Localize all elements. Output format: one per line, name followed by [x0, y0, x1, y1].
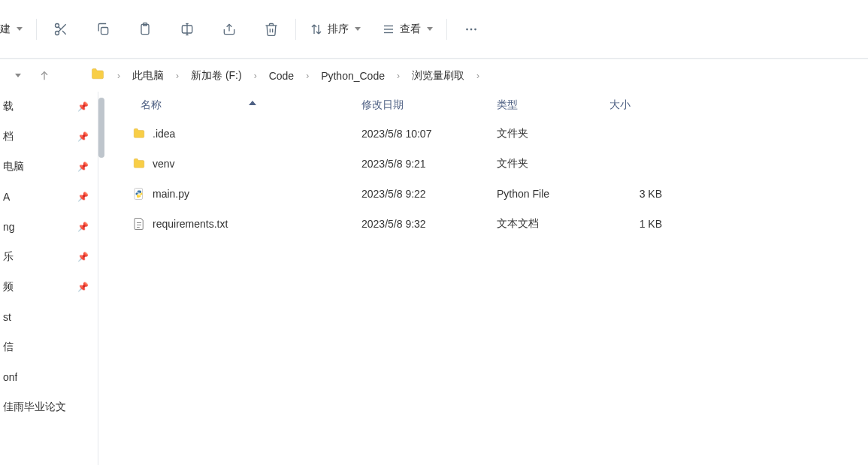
share-button[interactable]	[208, 14, 250, 44]
folder-icon	[90, 67, 105, 84]
sidebar-item[interactable]: A 📌	[0, 182, 98, 212]
file-date: 2023/5/8 9:21	[361, 158, 497, 170]
pin-icon: 📌	[77, 192, 89, 202]
file-list: 名称 修改日期 类型 大小 .idea 2023/5/8 10:07 文件夹	[98, 92, 868, 465]
rename-icon	[180, 22, 195, 37]
sidebar-item-label: 乐	[3, 250, 14, 264]
file-type: Python File	[497, 188, 609, 200]
chevron-right-icon: ›	[306, 71, 309, 81]
sidebar-item[interactable]: 档 📌	[0, 122, 98, 152]
toolbar-divider	[36, 19, 37, 40]
svg-point-18	[474, 28, 476, 30]
sort-button-label: 排序	[328, 23, 349, 36]
sidebar-item-label: A	[3, 191, 10, 203]
file-name: .idea	[153, 128, 361, 140]
file-size: 3 KB	[609, 188, 677, 200]
toolbar-divider	[295, 19, 296, 40]
sidebar-item[interactable]: 信	[0, 332, 98, 362]
cut-button[interactable]	[40, 14, 82, 44]
svg-line-4	[59, 26, 61, 29]
sidebar-item[interactable]: 佳雨毕业论文	[0, 392, 98, 422]
svg-line-3	[62, 31, 66, 35]
file-size: 1 KB	[609, 218, 677, 230]
column-header-label: 名称	[141, 98, 162, 112]
sidebar-item-label: 佳雨毕业论文	[3, 400, 66, 414]
rename-button[interactable]	[166, 14, 208, 44]
column-header-name[interactable]: 名称	[129, 98, 361, 112]
pin-icon: 📌	[77, 222, 89, 232]
python-file-icon	[129, 187, 150, 201]
column-header-type[interactable]: 类型	[497, 98, 609, 112]
sidebar-item[interactable]: onf	[0, 362, 98, 392]
sidebar-item[interactable]: 电脑 📌	[0, 152, 98, 182]
copy-button[interactable]	[82, 14, 124, 44]
chevron-right-icon: ›	[476, 71, 479, 81]
sidebar-item[interactable]: ng 📌	[0, 212, 98, 242]
breadcrumb-item[interactable]: Code	[266, 67, 297, 85]
chevron-right-icon: ›	[397, 71, 400, 81]
sidebar-item-label: ng	[3, 221, 15, 233]
breadcrumb-item[interactable]: 此电脑	[129, 66, 167, 86]
folder-icon	[129, 157, 150, 171]
nav-up-button[interactable]	[33, 65, 56, 87]
sidebar-item-label: onf	[3, 371, 17, 383]
file-type: 文本文档	[497, 217, 609, 231]
file-row[interactable]: venv 2023/5/8 9:21 文件夹	[129, 149, 868, 179]
chevron-right-icon: ›	[254, 71, 257, 81]
pin-icon: 📌	[77, 282, 89, 292]
sidebar-item[interactable]: 乐 📌	[0, 242, 98, 272]
nav-recent-dropdown[interactable]	[6, 65, 29, 87]
breadcrumb-bar: › 此电脑 › 新加卷 (F:) › Code › Python_Code › …	[0, 59, 868, 92]
sidebar-item[interactable]: st	[0, 302, 98, 332]
file-row[interactable]: .idea 2023/5/8 10:07 文件夹	[129, 119, 868, 149]
trash-icon	[264, 22, 279, 37]
copy-icon	[95, 22, 110, 37]
column-headers: 名称 修改日期 类型 大小	[129, 92, 868, 119]
sidebar-item-label: 载	[3, 100, 14, 113]
pin-icon: 📌	[77, 101, 89, 112]
sidebar-item-label: 信	[3, 340, 14, 354]
text-file-icon	[129, 217, 150, 231]
svg-point-17	[470, 28, 473, 30]
scissors-icon	[53, 22, 68, 37]
file-row[interactable]: main.py 2023/5/8 9:22 Python File 3 KB	[129, 179, 868, 209]
toolbar-divider	[446, 19, 447, 40]
view-button[interactable]: 查看	[371, 17, 443, 42]
sort-icon	[310, 23, 323, 36]
chevron-down-icon	[17, 27, 23, 31]
file-date: 2023/5/8 9:22	[361, 188, 497, 200]
paste-button[interactable]	[124, 14, 166, 44]
chevron-down-icon	[355, 27, 361, 31]
chevron-down-icon	[15, 74, 21, 77]
svg-rect-5	[101, 27, 108, 34]
file-name: requirements.txt	[153, 218, 361, 230]
new-button[interactable]: 建	[0, 17, 33, 42]
chevron-right-icon: ›	[176, 71, 179, 81]
file-date: 2023/5/8 10:07	[361, 128, 497, 140]
sidebar-item[interactable]: 频 📌	[0, 272, 98, 302]
svg-point-1	[56, 31, 59, 35]
toolbar: 建 排序 查看	[0, 0, 868, 59]
breadcrumb-item[interactable]: 浏览量刷取	[409, 66, 467, 86]
column-header-label: 修改日期	[361, 98, 404, 112]
ellipsis-icon	[463, 21, 479, 38]
view-button-label: 查看	[400, 23, 421, 36]
sort-button[interactable]: 排序	[299, 17, 371, 42]
sidebar-item-label: st	[3, 311, 11, 323]
breadcrumb-item[interactable]: Python_Code	[318, 67, 388, 85]
pin-icon: 📌	[77, 131, 89, 142]
column-header-label: 类型	[497, 98, 518, 112]
sidebar-item-label: 档	[3, 130, 14, 143]
sidebar-item[interactable]: 载 📌	[0, 92, 98, 122]
column-header-date[interactable]: 修改日期	[361, 98, 497, 112]
file-row[interactable]: requirements.txt 2023/5/8 9:32 文本文档 1 KB	[129, 209, 868, 239]
delete-button[interactable]	[250, 14, 292, 44]
chevron-right-icon: ›	[117, 71, 120, 81]
file-type: 文件夹	[497, 127, 609, 140]
svg-point-0	[56, 23, 59, 27]
column-header-size[interactable]: 大小	[609, 98, 677, 112]
breadcrumb-item[interactable]: 新加卷 (F:)	[188, 66, 245, 86]
body: 载 📌 档 📌 电脑 📌 A 📌 ng 📌 乐 📌 频 📌 st	[0, 92, 868, 465]
arrow-up-icon	[38, 70, 50, 82]
more-button[interactable]	[450, 14, 492, 44]
